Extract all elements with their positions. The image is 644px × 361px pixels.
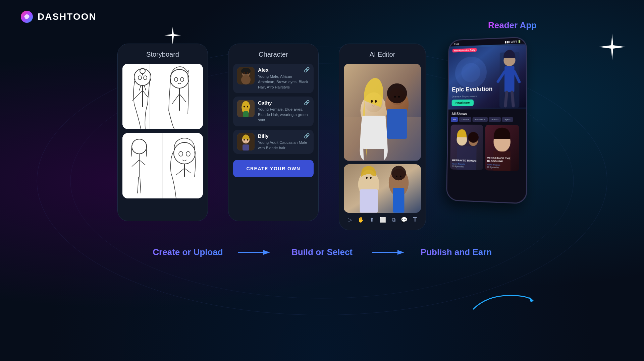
show2-episodes: 20 Episodes bbox=[487, 166, 499, 169]
filter-sport[interactable]: Sport bbox=[502, 117, 513, 122]
char-name-cathy: Cathy bbox=[258, 100, 310, 106]
shows-row: BETRAYED BONDS 20 Episodes #Love Triangl… bbox=[447, 125, 526, 172]
svg-point-73 bbox=[400, 176, 401, 177]
tool-select[interactable]: ▷ bbox=[348, 217, 352, 223]
char-name-alex: Alex bbox=[258, 67, 310, 73]
svg-rect-64 bbox=[344, 165, 421, 213]
svg-point-39 bbox=[244, 72, 245, 74]
ai-image-top bbox=[344, 64, 421, 161]
storyboard-title: Storyboard bbox=[146, 51, 179, 58]
svg-rect-57 bbox=[362, 116, 385, 149]
show2-tag: #Love Triangle bbox=[487, 164, 500, 166]
svg-rect-3 bbox=[122, 64, 203, 129]
tool-move[interactable]: ✋ bbox=[358, 217, 364, 223]
char-info-cathy: Cathy Young Female, Blue Eyes, Blonde Ha… bbox=[258, 100, 310, 123]
ai-editor-images bbox=[344, 64, 421, 213]
phone-hero-image: New Episodes Daily Epic Evolution Drama … bbox=[448, 44, 526, 110]
avatar-alex bbox=[237, 67, 255, 84]
time-display: 9:41 bbox=[454, 42, 460, 46]
svg-rect-79 bbox=[504, 66, 515, 92]
edit-icon-cathy[interactable]: 🔗 bbox=[304, 100, 310, 105]
cards-row: Storyboard bbox=[117, 44, 527, 230]
char-desc-alex: Young Male, African American, Brown eyes… bbox=[258, 74, 310, 90]
label-build: Build or Select bbox=[275, 247, 369, 257]
filter-drama[interactable]: Drama bbox=[459, 117, 471, 122]
character-card: Character bbox=[228, 44, 319, 221]
filter-romance[interactable]: Romance bbox=[472, 117, 487, 122]
tool-frame[interactable]: ⬜ bbox=[379, 217, 386, 223]
show-card-1[interactable]: BETRAYED BONDS 20 Episodes #Love Triangl… bbox=[450, 125, 483, 170]
svg-marker-97 bbox=[397, 250, 404, 255]
ai-editor-title: AI Editor bbox=[370, 51, 395, 58]
svg-point-38 bbox=[241, 75, 251, 84]
curved-arrow bbox=[470, 289, 537, 317]
logo-text: DASHTOON bbox=[38, 11, 97, 22]
storyboard-images bbox=[122, 64, 203, 198]
edit-icon-billy[interactable]: 🔗 bbox=[304, 133, 310, 138]
svg-marker-98 bbox=[529, 297, 534, 302]
signal-icons: ▮▮▮ WiFi 🔋 bbox=[505, 40, 521, 44]
svg-point-67 bbox=[366, 177, 368, 179]
svg-rect-63 bbox=[387, 109, 407, 139]
create-own-button[interactable]: CREATE YOUR OWN bbox=[233, 160, 314, 177]
svg-line-83 bbox=[512, 92, 513, 106]
all-shows-label: All Shows bbox=[448, 109, 526, 117]
avatar-billy bbox=[237, 133, 255, 151]
svg-rect-45 bbox=[243, 111, 249, 117]
tool-copy[interactable]: ⧉ bbox=[392, 217, 395, 223]
phone-screen: 9:41 ▮▮▮ WiFi 🔋 bbox=[447, 38, 526, 203]
svg-point-62 bbox=[398, 96, 400, 98]
svg-point-68 bbox=[370, 177, 372, 179]
storyboard-card: Storyboard bbox=[117, 44, 208, 221]
char-info-billy: Billy Young Adult Caucasian Male with Bl… bbox=[258, 133, 310, 151]
svg-point-61 bbox=[394, 96, 396, 98]
tool-upload[interactable]: ⬆ bbox=[370, 217, 374, 223]
svg-point-55 bbox=[371, 100, 373, 103]
character-title: Character bbox=[259, 51, 288, 58]
label-publish: Publish and Earn bbox=[409, 247, 503, 257]
filter-all[interactable]: All bbox=[451, 117, 458, 122]
character-item-cathy[interactable]: Cathy Young Female, Blue Eyes, Blonde Ha… bbox=[233, 97, 314, 126]
main-content: Storyboard bbox=[0, 34, 644, 361]
svg-point-49 bbox=[247, 139, 248, 140]
svg-point-71 bbox=[391, 166, 406, 181]
svg-marker-95 bbox=[263, 250, 270, 255]
svg-point-40 bbox=[247, 72, 249, 74]
logo-icon bbox=[20, 10, 34, 23]
arrow-2 bbox=[369, 247, 409, 257]
header: DASHTOON bbox=[20, 10, 97, 23]
show-card-2[interactable]: VENGEANCE THE BLOODLINE 20 Episodes #Lov… bbox=[485, 125, 519, 171]
arrow-1 bbox=[235, 247, 275, 257]
edit-icon-alex[interactable]: 🔗 bbox=[304, 67, 310, 72]
reader-app-label: Reader App bbox=[488, 20, 537, 31]
tool-chat[interactable]: 💬 bbox=[401, 217, 408, 223]
character-item-billy[interactable]: Billy Young Adult Caucasian Male with Bl… bbox=[233, 130, 314, 154]
character-item-alex[interactable]: Alex Young Male, African American, Brown… bbox=[233, 64, 314, 93]
char-desc-billy: Young Adult Caucasian Male with Blonde h… bbox=[258, 140, 310, 151]
storyboard-image-1 bbox=[122, 64, 203, 129]
phone-show-title: Epic Evolution bbox=[452, 86, 492, 93]
svg-point-72 bbox=[396, 176, 397, 177]
read-now-button[interactable]: Read Now bbox=[452, 100, 474, 106]
char-name-billy: Billy bbox=[258, 133, 310, 139]
label-create: Create or Upload bbox=[141, 247, 235, 257]
svg-point-43 bbox=[244, 106, 245, 108]
ai-image-bottom bbox=[344, 164, 421, 213]
svg-point-48 bbox=[244, 139, 245, 140]
ai-toolbar: ▷ ✋ ⬆ ⬜ ⧉ 💬 T bbox=[344, 213, 421, 223]
filter-action[interactable]: Action bbox=[489, 117, 501, 122]
show1-title: BETRAYED BONDS bbox=[452, 159, 477, 163]
svg-point-60 bbox=[387, 83, 407, 103]
reader-phone: 9:41 ▮▮▮ WiFi 🔋 bbox=[446, 37, 527, 204]
svg-point-56 bbox=[375, 100, 377, 103]
show2-title: VENGEANCE THE BLOODLINE bbox=[487, 157, 519, 164]
tool-text[interactable]: T bbox=[413, 216, 417, 223]
avatar-cathy bbox=[237, 100, 255, 117]
svg-rect-50 bbox=[243, 144, 249, 151]
char-info-alex: Alex Young Male, African American, Brown… bbox=[258, 67, 310, 90]
svg-line-82 bbox=[505, 92, 507, 106]
show1-episodes: 20 Episodes bbox=[452, 165, 464, 168]
storyboard-image-2 bbox=[122, 133, 203, 198]
reader-app-wrapper: Reader App 9:41 ▮▮▮ WiFi 🔋 bbox=[446, 37, 527, 201]
ai-editor-card: AI Editor bbox=[339, 44, 426, 230]
